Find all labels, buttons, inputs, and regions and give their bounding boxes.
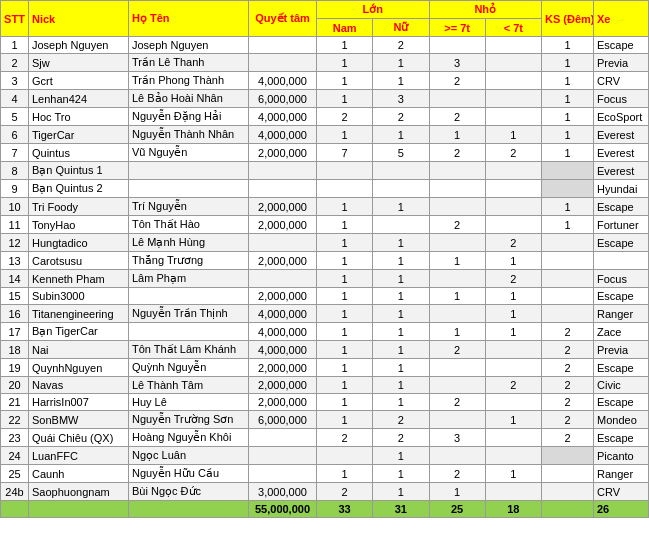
header-quyettam: Quyết tâm	[249, 1, 317, 37]
total-row: 55,000,0003331251826	[1, 501, 649, 518]
main-table: STT Nick Họ Tên Quyết tâm Lớn Nhỏ KS (Đê…	[0, 0, 649, 518]
header-nick: Nick	[29, 1, 129, 37]
header-lon-nam: Nam	[317, 19, 373, 37]
header-xe: Xe	[594, 1, 649, 37]
table-row: 5Hoc TroNguyễn Đặng Hải4,000,0002221EcoS…	[1, 108, 649, 126]
table-row: 10Tri FoodyTrí Nguyễn2,000,000111Escape	[1, 198, 649, 216]
table-row: 15Subin30002,000,0001111Escape	[1, 288, 649, 305]
header-hoten: Họ Tên	[129, 1, 249, 37]
table-row: 11TonyHaoTôn Thất Hào2,000,000121Fortune…	[1, 216, 649, 234]
header-nho-lon: >= 7t	[429, 19, 485, 37]
table-row: 18NaiTôn Thất Lâm Khánh4,000,0001122Prev…	[1, 341, 649, 359]
table-row: 24bSaophuongnamBùi Ngọc Đức3,000,000211C…	[1, 483, 649, 501]
table-row: 17Bạn TigerCar4,000,00011112Zace	[1, 323, 649, 341]
table-row: 3GcrtTrần Phong Thành4,000,0001121CRV	[1, 72, 649, 90]
header-nho-nho: < 7t	[485, 19, 541, 37]
header-stt: STT	[1, 1, 29, 37]
table-row: 21HarrisIn007Huy Lê2,000,0001122Escape	[1, 394, 649, 411]
table-row: 1Joseph NguyenJoseph Nguyen121Escape	[1, 37, 649, 54]
table-row: 12HungtadicoLê Mạnh Hùng112Escape	[1, 234, 649, 252]
table-row: 19QuynhNguyenQuỳnh Nguyễn2,000,000112Esc…	[1, 359, 649, 377]
table-row: 16TitanengineeringNguyễn Trần Thịnh4,000…	[1, 305, 649, 323]
header-nho: Nhỏ	[429, 1, 542, 19]
table-row: 20NavasLê Thành Tâm2,000,0001122Civic	[1, 377, 649, 394]
table-row: 9Bạn Quintus 2Hyundai	[1, 180, 649, 198]
table-row: 14Kenneth PhamLâm Phạm112Focus	[1, 270, 649, 288]
table-row: 24LuanFFCNgọc Luân1Picanto	[1, 447, 649, 465]
table-row: 13CarotsusuThắng Trương2,000,0001111	[1, 252, 649, 270]
header-lon: Lớn	[317, 1, 430, 19]
table-row: 2SjwTrần Lê Thanh1131Previa	[1, 54, 649, 72]
table-row: 4Lenhan424Lê Bảo Hoài Nhân6,000,000131Fo…	[1, 90, 649, 108]
header-lon-nu: Nữ	[373, 19, 429, 37]
table-row: 25CaunhNguyễn Hữu Cầu1121Ranger	[1, 465, 649, 483]
table-row: 8Bạn Quintus 1Everest	[1, 162, 649, 180]
header-ks: KS (Đêm)	[542, 1, 594, 37]
table-row: 23Quái Chiêu (QX)Hoàng Nguyễn Khôi2232Es…	[1, 429, 649, 447]
table-row: 22SonBMWNguyễn Trường Sơn6,000,0001212Mo…	[1, 411, 649, 429]
table-row: 7QuintusVũ Nguyễn2,000,00075221Everest	[1, 144, 649, 162]
table-row: 6TigerCarNguyễn Thành Nhân4,000,00011111…	[1, 126, 649, 144]
